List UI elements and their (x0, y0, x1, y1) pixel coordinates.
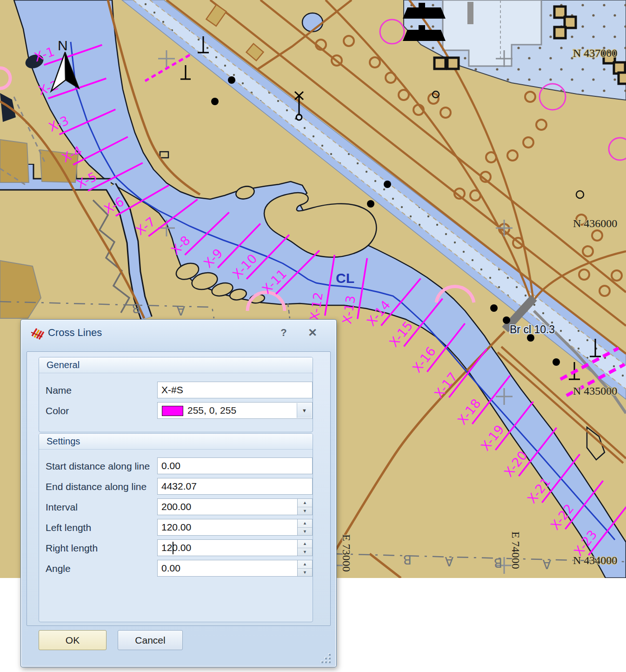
color-combobox[interactable]: 255, 0, 255 ▼ (157, 402, 313, 419)
spin-up-icon[interactable]: ▲ (298, 519, 312, 528)
boundary-letter: B (403, 552, 412, 567)
svg-text:E 74000: E 74000 (510, 531, 522, 569)
spin-up-icon[interactable]: ▲ (298, 560, 312, 569)
spin-down-icon[interactable]: ▼ (298, 507, 312, 515)
centerline-label: CL (336, 270, 354, 286)
cross-lines-icon (30, 326, 44, 340)
right-length-spinner[interactable]: ▲▼ (298, 539, 313, 556)
bridge-clearance-label: Br cl 10.3 (510, 323, 555, 336)
right-length-input[interactable] (157, 539, 298, 556)
cancel-button[interactable]: Cancel (118, 630, 183, 650)
svg-text:E 73000: E 73000 (340, 534, 353, 572)
angle-spinner[interactable]: ▲▼ (298, 560, 313, 577)
buoy-icon (490, 304, 498, 312)
name-input[interactable] (157, 382, 313, 398)
resize-grip[interactable] (320, 654, 331, 663)
help-button[interactable]: ? (276, 326, 292, 340)
end-distance-label: End distance along line (46, 481, 147, 492)
left-length-spinner[interactable]: ▲▼ (298, 519, 313, 536)
dialog-body-panel: General Name Color 255, 0, 255 ▼ Setting… (27, 351, 331, 626)
close-button[interactable]: ✕ (305, 326, 320, 340)
settings-group: Settings Start distance along line End d… (39, 433, 313, 622)
spin-down-icon[interactable]: ▼ (298, 569, 312, 577)
svg-text:N 434000: N 434000 (573, 554, 617, 566)
boundary-letter: A (445, 554, 453, 569)
spin-up-icon[interactable]: ▲ (298, 540, 312, 548)
boundary-letter: B (493, 556, 502, 570)
svg-text:N 437000: N 437000 (573, 47, 617, 59)
buoy-icon (228, 76, 235, 84)
name-label: Name (46, 385, 72, 396)
boundary-letter: A (542, 557, 551, 571)
buoy-icon (384, 181, 391, 188)
buoy-icon (211, 98, 219, 105)
start-distance-label: Start distance along line (46, 461, 150, 472)
pond (302, 13, 323, 32)
angle-input[interactable] (157, 560, 298, 577)
left-length-label: Left length (46, 522, 91, 533)
ok-button[interactable]: OK (39, 630, 107, 650)
color-label: Color (46, 405, 69, 417)
boundary-letter: B (132, 301, 140, 316)
dialog-titlebar[interactable]: Cross Lines ? ✕ (21, 320, 336, 346)
interval-input[interactable] (157, 498, 298, 515)
svg-text:N: N (58, 38, 68, 53)
settings-group-header: Settings (39, 434, 313, 450)
spin-down-icon[interactable]: ▼ (298, 528, 312, 536)
start-distance-input[interactable] (157, 457, 313, 474)
color-value: 255, 0, 255 (187, 405, 236, 416)
left-length-input[interactable] (157, 519, 298, 536)
right-length-label: Right length (46, 543, 98, 554)
general-group-header: General (39, 357, 313, 373)
buoy-icon (367, 200, 374, 208)
buoy-icon (503, 316, 510, 324)
buoy-icon (553, 358, 560, 366)
cross-lines-dialog[interactable]: Cross Lines ? ✕ General Name Color 255, … (20, 319, 337, 667)
spin-down-icon[interactable]: ▼ (298, 548, 312, 556)
spin-up-icon[interactable]: ▲ (298, 499, 312, 507)
color-swatch (162, 406, 183, 416)
svg-text:N 436000: N 436000 (573, 217, 617, 229)
screen: BABABA X-1X-2X-3X-4X-5X-6X-7X-8X-9X-10X-… (0, 0, 626, 672)
end-distance-input[interactable] (157, 478, 313, 495)
general-group: General Name Color 255, 0, 255 ▼ (39, 357, 313, 432)
svg-text:N 435000: N 435000 (573, 385, 617, 397)
boundary-letter: A (176, 303, 185, 318)
angle-label: Angle (46, 563, 71, 574)
color-dropdown-button[interactable]: ▼ (297, 403, 312, 418)
dialog-title: Cross Lines (48, 327, 102, 339)
interval-spinner[interactable]: ▲▼ (298, 498, 313, 515)
interval-label: Interval (46, 502, 78, 513)
text-caret (173, 542, 173, 554)
